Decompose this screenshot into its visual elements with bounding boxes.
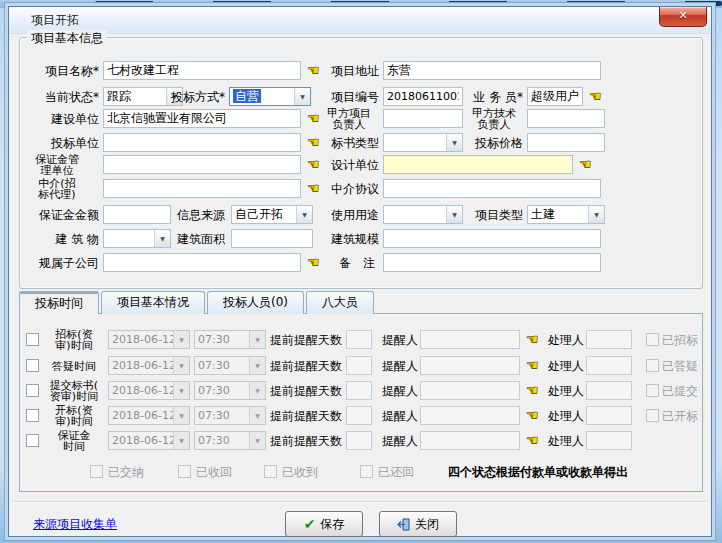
date-picker[interactable]: 2018-06-12 ▼ [108, 356, 190, 375]
bid-method-combo[interactable]: 自营 ▼ [229, 87, 311, 106]
row-checkbox[interactable] [26, 333, 39, 346]
handler-input[interactable] [586, 431, 632, 450]
remind-days-input[interactable] [346, 381, 372, 400]
date-picker[interactable]: 2018-06-12 ▼ [108, 406, 190, 425]
chevron-down-icon[interactable]: ▼ [294, 88, 310, 105]
info-source-combo[interactable]: 自己开拓 ▼ [231, 205, 313, 224]
lookup-hand-icon[interactable]: ☚ [307, 253, 325, 272]
time-picker[interactable]: 07:30 ▼ [194, 330, 266, 349]
remind-days-input[interactable] [346, 356, 372, 375]
bid-unit-input[interactable] [103, 133, 301, 152]
received-checkbox[interactable] [264, 465, 277, 478]
date-picker[interactable]: 2018-06-12 ▼ [108, 381, 190, 400]
agency-input[interactable] [103, 179, 301, 198]
status-checkbox[interactable] [646, 384, 659, 397]
salesman-input[interactable] [527, 87, 583, 106]
building-combo[interactable]: ▼ [103, 229, 171, 248]
chevron-down-icon[interactable]: ▼ [446, 206, 462, 223]
chevron-down-icon[interactable]: ▼ [173, 407, 189, 424]
date-picker[interactable]: 2018-06-12 ▼ [108, 330, 190, 349]
reminder-input[interactable] [420, 381, 520, 400]
handler-input[interactable] [586, 406, 632, 425]
returned-checkbox[interactable] [360, 465, 373, 478]
lookup-hand-icon[interactable]: ☚ [307, 179, 325, 198]
close-x-icon[interactable]: ✕ [659, 7, 707, 27]
reminder-input[interactable] [420, 406, 520, 425]
tab-eight-roles[interactable]: 八大员 [306, 291, 374, 314]
design-unit-input[interactable] [383, 155, 573, 174]
recovered-checkbox[interactable] [178, 465, 191, 478]
reminder-input[interactable] [420, 431, 520, 450]
reminder-input[interactable] [420, 356, 520, 375]
chevron-down-icon[interactable]: ▼ [173, 432, 189, 449]
handler-input[interactable] [586, 330, 632, 349]
chevron-down-icon[interactable]: ▼ [249, 331, 265, 348]
chevron-down-icon[interactable]: ▼ [173, 382, 189, 399]
chevron-down-icon[interactable]: ▼ [249, 382, 265, 399]
row-checkbox[interactable] [26, 359, 39, 372]
remind-days-input[interactable] [346, 330, 372, 349]
chevron-down-icon[interactable]: ▼ [173, 331, 189, 348]
owner-pm-input[interactable] [383, 109, 463, 128]
tab-project-basic[interactable]: 项目基本情况 [101, 291, 205, 314]
lookup-hand-icon[interactable]: ☚ [526, 330, 544, 349]
building-scale-input[interactable] [383, 229, 601, 248]
date-picker[interactable]: 2018-06-12 ▼ [108, 431, 190, 450]
time-picker[interactable]: 07:30 ▼ [194, 356, 266, 375]
row-checkbox[interactable] [26, 434, 39, 447]
chevron-down-icon[interactable]: ▼ [249, 357, 265, 374]
time-picker[interactable]: 07:30 ▼ [194, 381, 266, 400]
handler-input[interactable] [586, 381, 632, 400]
status-checkbox[interactable] [646, 409, 659, 422]
close-button[interactable]: 关闭 [379, 511, 457, 537]
construction-unit-input[interactable] [103, 109, 301, 128]
handler-label: 处理人 [548, 356, 584, 376]
row-checkbox[interactable] [26, 384, 39, 397]
lookup-hand-icon[interactable]: ☚ [307, 155, 325, 174]
chevron-down-icon[interactable]: ▼ [296, 206, 312, 223]
construction-unit-label: 建设单位 [15, 109, 99, 129]
status-checkbox[interactable] [646, 333, 659, 346]
lookup-hand-icon[interactable]: ☚ [526, 381, 544, 400]
paid-checkbox[interactable] [90, 465, 103, 478]
doc-type-combo[interactable]: ▼ [383, 133, 463, 152]
time-picker[interactable]: 07:30 ▼ [194, 406, 266, 425]
lookup-hand-icon[interactable]: ☚ [526, 356, 544, 375]
deposit-amount-input[interactable] [103, 205, 171, 224]
project-address-input[interactable] [383, 61, 601, 80]
tab-bid-staff[interactable]: 投标人员(0) [207, 291, 304, 314]
tab-bid-schedule[interactable]: 投标时间 [19, 291, 99, 314]
time-picker[interactable]: 07:30 ▼ [194, 431, 266, 450]
save-button[interactable]: ✔ 保存 [285, 511, 363, 537]
building-area-input[interactable] [231, 229, 313, 248]
dialog-titlebar[interactable]: 项目开拓 ✕ [9, 7, 711, 34]
lookup-hand-icon[interactable]: ☚ [579, 155, 597, 174]
remind-days-input[interactable] [346, 431, 372, 450]
project-name-input[interactable] [103, 61, 301, 80]
agency-agreement-input[interactable] [383, 179, 601, 198]
chevron-down-icon[interactable]: ▼ [249, 407, 265, 424]
chevron-down-icon[interactable]: ▼ [249, 432, 265, 449]
lookup-hand-icon[interactable]: ☚ [589, 87, 607, 106]
reminder-input[interactable] [420, 330, 520, 349]
row-checkbox[interactable] [26, 409, 39, 422]
chevron-down-icon[interactable]: ▼ [446, 134, 462, 151]
usage-combo[interactable]: ▼ [383, 205, 463, 224]
project-type-combo[interactable]: 土建 ▼ [527, 205, 605, 224]
bid-price-input[interactable] [527, 133, 605, 152]
deposit-mgmt-input[interactable] [103, 155, 301, 174]
chevron-down-icon[interactable]: ▼ [588, 206, 604, 223]
source-collection-link[interactable]: 来源项目收集单 [33, 516, 117, 533]
chevron-down-icon[interactable]: ▼ [173, 357, 189, 374]
project-no-input[interactable] [383, 87, 463, 106]
lookup-hand-icon[interactable]: ☚ [307, 61, 325, 80]
lookup-hand-icon[interactable]: ☚ [307, 133, 325, 152]
lookup-hand-icon[interactable]: ☚ [526, 406, 544, 425]
remark-input[interactable] [383, 253, 601, 272]
remind-days-input[interactable] [346, 406, 372, 425]
lookup-hand-icon[interactable]: ☚ [526, 431, 544, 450]
subsidiary-input[interactable] [103, 253, 301, 272]
handler-input[interactable] [586, 356, 632, 375]
status-checkbox[interactable] [646, 359, 659, 372]
owner-tech-input[interactable] [527, 109, 605, 128]
